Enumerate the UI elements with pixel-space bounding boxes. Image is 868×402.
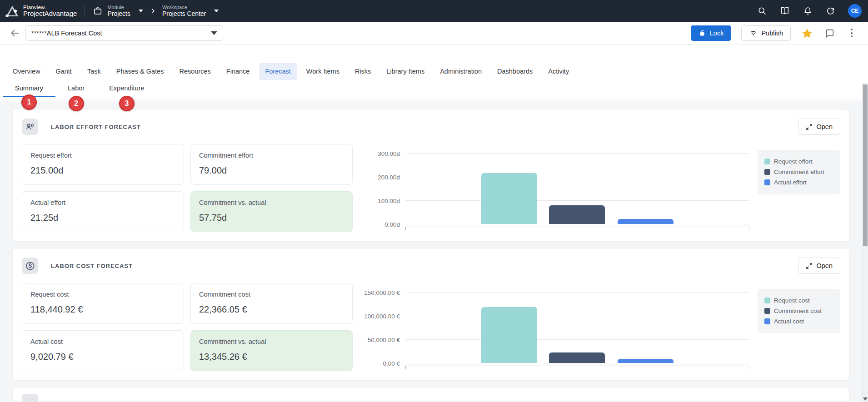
planview-logo-icon <box>5 5 19 17</box>
effort-stats-grid: Request effort 215.00d Commitment effort… <box>22 144 353 232</box>
topbar-divider <box>84 5 85 17</box>
tab-resources[interactable]: Resources <box>174 63 217 80</box>
section-title: LABOR EFFORT FORECAST <box>51 124 141 130</box>
bar-commitment-effort <box>549 205 605 224</box>
legend-swatch <box>764 169 770 175</box>
refresh-icon[interactable] <box>825 6 835 16</box>
tab-overview[interactable]: Overview <box>7 63 46 80</box>
tab-risks[interactable]: Risks <box>349 63 377 80</box>
legend-item: Actual effort <box>764 178 833 187</box>
bar-request-effort <box>481 173 537 224</box>
labor-effort-legend: Request effort Commitment effort Actual … <box>758 150 840 194</box>
stat-request-effort: Request effort 215.00d <box>22 144 184 185</box>
bar-commitment-cost <box>549 352 605 363</box>
legend-swatch <box>764 159 770 164</box>
labor-cost-chart: 150,000.00 €100,000.00 €50,000.00 €0.00 … <box>353 286 749 369</box>
project-selector-value: ******ALB Forecast Cost <box>31 30 211 37</box>
subtab-expenditure[interactable]: Expenditure 3 <box>97 80 156 97</box>
annotation-badge-2: 2 <box>69 96 84 111</box>
back-button[interactable] <box>8 26 22 40</box>
publish-button[interactable]: Publish <box>741 25 791 41</box>
unlock-icon <box>698 29 706 37</box>
chevron-down-icon <box>211 31 217 35</box>
documentation-book-icon[interactable] <box>780 6 790 16</box>
x-axis-bracket <box>405 366 749 369</box>
comments-icon[interactable] <box>823 27 836 40</box>
project-selector-dropdown[interactable]: ******ALB Forecast Cost <box>25 25 223 41</box>
labor-cost-forecast-card: LABOR COST FORECAST Open Request cost 11… <box>12 248 850 381</box>
module-crumb-text: Module Projects <box>107 5 130 18</box>
favorite-star-icon[interactable] <box>801 27 813 40</box>
expand-icon <box>806 124 813 130</box>
open-labor-cost-button[interactable]: Open <box>798 258 840 274</box>
dollar-circle-icon <box>22 258 38 274</box>
stat-commitment-vs-actual-cost: Commitment vs. actual 13,345.26 € <box>190 330 353 371</box>
legend-swatch <box>764 298 770 303</box>
section-title: LABOR COST FORECAST <box>51 263 133 269</box>
search-icon[interactable] <box>757 6 767 16</box>
tab-finance[interactable]: Finance <box>220 63 256 80</box>
bar-actual-effort <box>618 219 673 224</box>
stat-commitment-vs-actual-effort: Commitment vs. actual 57.75d <box>190 191 353 232</box>
people-effort-icon <box>22 119 38 135</box>
subtab-summary[interactable]: Summary 1 <box>3 80 55 97</box>
module-tab-bar: Overview Gantt Task Phases & Gates Resou… <box>0 45 868 80</box>
stat-commitment-cost: Commitment cost 22,366.05 € <box>190 283 353 324</box>
x-axis-bracket <box>405 227 749 230</box>
legend-swatch <box>764 308 770 314</box>
labor-cost-legend: Request cost Commitment cost Actual cost <box>758 289 840 333</box>
tab-forecast[interactable]: Forecast <box>259 63 296 80</box>
stat-request-cost: Request cost 118,440.92 € <box>22 283 184 324</box>
top-app-bar: Planview. ProjectAdvantage Module Projec… <box>0 0 868 22</box>
stat-commitment-effort: Commitment effort 79.00d <box>190 144 353 185</box>
chevron-down-icon <box>139 10 143 12</box>
open-labor-effort-button[interactable]: Open <box>798 119 840 135</box>
legend-item: Actual cost <box>764 317 833 326</box>
scrollbar-thumb[interactable] <box>863 84 868 246</box>
brand-name: Planview. ProjectAdvantage <box>23 5 77 17</box>
bar-request-cost <box>481 307 537 363</box>
workspace-switcher[interactable]: Workspace Projects Center <box>162 5 219 18</box>
entity-toolbar: ******ALB Forecast Cost Lock Publish <box>0 22 868 45</box>
forecast-subtab-bar: Summary 1 Labor 2 Expenditure 3 <box>0 80 868 97</box>
bar-actual-cost <box>618 359 673 363</box>
tab-gantt[interactable]: Gantt <box>50 63 77 80</box>
icon-tile-partial <box>22 394 38 402</box>
scrollbar-down-arrow[interactable] <box>863 397 868 401</box>
cost-stats-grid: Request cost 118,440.92 € Commitment cos… <box>22 283 353 371</box>
tab-activity[interactable]: Activity <box>542 63 575 80</box>
notifications-bell-icon[interactable] <box>803 6 813 16</box>
annotation-badge-3: 3 <box>119 96 135 111</box>
stat-actual-cost: Actual cost 9,020.79 € <box>22 330 184 371</box>
expand-icon <box>806 263 813 269</box>
vertical-scrollbar[interactable] <box>862 83 868 402</box>
more-options-kebab-icon[interactable] <box>846 27 857 39</box>
forecast-summary-content: LABOR EFFORT FORECAST Open Request effor… <box>0 104 868 401</box>
legend-swatch <box>764 179 770 185</box>
user-avatar[interactable]: CE <box>848 4 862 18</box>
tab-task[interactable]: Task <box>81 63 107 80</box>
tab-dashboards[interactable]: Dashboards <box>491 63 539 80</box>
legend-swatch <box>764 318 770 324</box>
lock-button[interactable]: Lock <box>691 25 732 41</box>
briefcase-icon <box>93 6 103 16</box>
legend-item: Commitment cost <box>764 307 833 316</box>
tab-administration[interactable]: Administration <box>434 63 488 80</box>
tab-library-items[interactable]: Library Items <box>380 63 430 80</box>
legend-item: Request cost <box>764 296 833 305</box>
annotation-badge-1: 1 <box>21 94 37 110</box>
labor-effort-chart: 300.00d200.00d100.00d0.00d <box>353 147 749 230</box>
module-switcher[interactable]: Module Projects <box>93 5 143 18</box>
tab-phases-gates[interactable]: Phases & Gates <box>110 63 170 80</box>
breadcrumb-separator-icon <box>150 8 156 14</box>
workspace-crumb-text: Workspace Projects Center <box>162 5 206 18</box>
tab-work-items[interactable]: Work Items <box>300 63 345 80</box>
legend-item: Commitment effort <box>764 168 833 177</box>
chevron-down-icon <box>214 10 219 12</box>
next-forecast-card-partial <box>12 387 850 401</box>
legend-item: Request effort <box>764 157 833 166</box>
publish-signal-icon <box>749 29 758 37</box>
labor-effort-forecast-card: LABOR EFFORT FORECAST Open Request effor… <box>12 109 850 242</box>
planview-brand[interactable]: Planview. ProjectAdvantage <box>5 5 77 17</box>
subtab-labor[interactable]: Labor 2 <box>55 80 97 97</box>
